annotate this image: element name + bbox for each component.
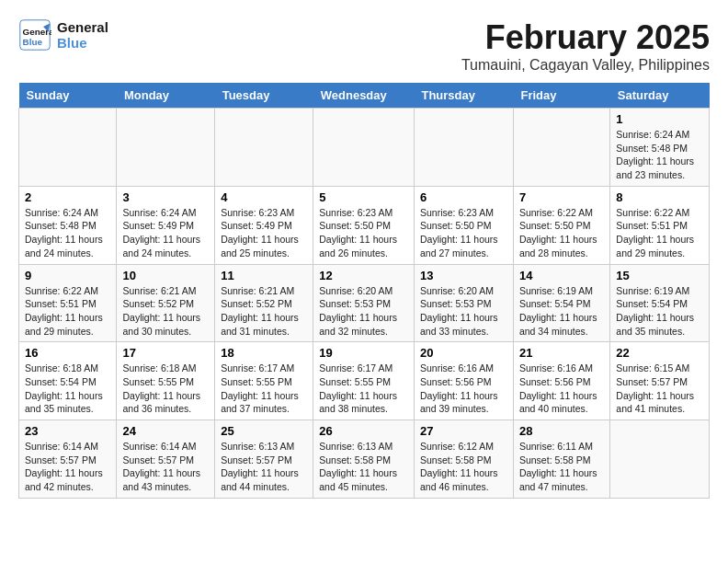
calendar-cell: 11Sunrise: 6:21 AM Sunset: 5:52 PM Dayli…: [215, 264, 313, 342]
logo-text: GeneralBlue: [57, 19, 108, 51]
day-number: 2: [25, 190, 110, 204]
day-info: Sunrise: 6:22 AM Sunset: 5:50 PM Dayligh…: [519, 206, 604, 260]
day-info: Sunrise: 6:16 AM Sunset: 5:56 PM Dayligh…: [420, 362, 507, 416]
calendar-cell: 25Sunrise: 6:13 AM Sunset: 5:57 PM Dayli…: [215, 420, 313, 499]
day-number: 25: [221, 424, 307, 438]
day-info: Sunrise: 6:24 AM Sunset: 5:48 PM Dayligh…: [616, 128, 703, 182]
day-number: 27: [420, 424, 507, 438]
day-number: 1: [616, 112, 703, 126]
calendar-cell: 17Sunrise: 6:18 AM Sunset: 5:55 PM Dayli…: [117, 342, 215, 420]
calendar-cell: [215, 109, 313, 187]
calendar-cell: [117, 109, 215, 187]
day-info: Sunrise: 6:13 AM Sunset: 5:58 PM Dayligh…: [319, 440, 408, 494]
day-info: Sunrise: 6:24 AM Sunset: 5:49 PM Dayligh…: [122, 206, 209, 260]
calendar-cell: 13Sunrise: 6:20 AM Sunset: 5:53 PM Dayli…: [414, 264, 513, 342]
day-info: Sunrise: 6:16 AM Sunset: 5:56 PM Dayligh…: [519, 362, 604, 416]
logo: General Blue GeneralBlue: [18, 18, 108, 52]
day-info: Sunrise: 6:11 AM Sunset: 5:58 PM Dayligh…: [519, 440, 604, 494]
day-number: 4: [221, 190, 307, 204]
calendar-cell: 16Sunrise: 6:18 AM Sunset: 5:54 PM Dayli…: [19, 342, 117, 420]
day-info: Sunrise: 6:24 AM Sunset: 5:48 PM Dayligh…: [25, 206, 110, 260]
day-number: 14: [519, 269, 604, 282]
logo-icon: General Blue: [18, 18, 51, 52]
calendar-cell: 24Sunrise: 6:14 AM Sunset: 5:57 PM Dayli…: [117, 420, 215, 499]
day-info: Sunrise: 6:22 AM Sunset: 5:51 PM Dayligh…: [25, 284, 110, 339]
calendar-cell: 14Sunrise: 6:19 AM Sunset: 5:54 PM Dayli…: [513, 264, 609, 342]
day-number: 16: [25, 346, 110, 360]
day-number: 7: [519, 190, 604, 204]
day-number: 12: [319, 269, 408, 282]
day-number: 22: [616, 346, 703, 360]
calendar-cell: 1Sunrise: 6:24 AM Sunset: 5:48 PM Daylig…: [610, 109, 710, 187]
calendar-cell: [513, 109, 609, 187]
calendar-cell: 23Sunrise: 6:14 AM Sunset: 5:57 PM Dayli…: [19, 420, 117, 499]
day-info: Sunrise: 6:19 AM Sunset: 5:54 PM Dayligh…: [616, 284, 703, 339]
day-info: Sunrise: 6:19 AM Sunset: 5:54 PM Dayligh…: [519, 284, 604, 339]
day-number: 28: [519, 424, 604, 438]
day-number: 5: [319, 190, 408, 204]
calendar-cell: 28Sunrise: 6:11 AM Sunset: 5:58 PM Dayli…: [513, 420, 609, 499]
day-info: Sunrise: 6:15 AM Sunset: 5:57 PM Dayligh…: [616, 362, 703, 416]
calendar-cell: 20Sunrise: 6:16 AM Sunset: 5:56 PM Dayli…: [414, 342, 513, 420]
calendar-cell: [610, 420, 710, 499]
day-info: Sunrise: 6:23 AM Sunset: 5:50 PM Dayligh…: [319, 206, 408, 260]
calendar-cell: 22Sunrise: 6:15 AM Sunset: 5:57 PM Dayli…: [610, 342, 710, 420]
day-info: Sunrise: 6:17 AM Sunset: 5:55 PM Dayligh…: [221, 362, 307, 416]
day-info: Sunrise: 6:23 AM Sunset: 5:49 PM Dayligh…: [221, 206, 307, 260]
title-block: February 2025 Tumauini, Cagayan Valley, …: [461, 18, 710, 74]
weekday-header-sunday: Sunday: [19, 83, 117, 109]
calendar-cell: 4Sunrise: 6:23 AM Sunset: 5:49 PM Daylig…: [215, 186, 313, 264]
weekday-header-tuesday: Tuesday: [215, 83, 313, 109]
day-info: Sunrise: 6:22 AM Sunset: 5:51 PM Dayligh…: [616, 206, 703, 260]
month-title: February 2025: [461, 18, 710, 57]
calendar-cell: [313, 109, 415, 187]
page-header: General Blue GeneralBlue February 2025 T…: [18, 18, 710, 74]
calendar-table: SundayMondayTuesdayWednesdayThursdayFrid…: [18, 83, 710, 499]
day-info: Sunrise: 6:18 AM Sunset: 5:54 PM Dayligh…: [25, 362, 110, 416]
day-number: 23: [25, 424, 110, 438]
day-number: 9: [25, 269, 110, 282]
weekday-header-monday: Monday: [117, 83, 215, 109]
calendar-cell: 10Sunrise: 6:21 AM Sunset: 5:52 PM Dayli…: [117, 264, 215, 342]
day-number: 3: [122, 190, 209, 204]
calendar-cell: 26Sunrise: 6:13 AM Sunset: 5:58 PM Dayli…: [313, 420, 415, 499]
calendar-cell: 27Sunrise: 6:12 AM Sunset: 5:58 PM Dayli…: [414, 420, 513, 499]
calendar-cell: [19, 109, 117, 187]
day-info: Sunrise: 6:21 AM Sunset: 5:52 PM Dayligh…: [122, 284, 209, 339]
day-number: 20: [420, 346, 507, 360]
calendar-cell: 15Sunrise: 6:19 AM Sunset: 5:54 PM Dayli…: [610, 264, 710, 342]
day-info: Sunrise: 6:20 AM Sunset: 5:53 PM Dayligh…: [319, 284, 408, 339]
day-info: Sunrise: 6:14 AM Sunset: 5:57 PM Dayligh…: [122, 440, 209, 494]
calendar-cell: 18Sunrise: 6:17 AM Sunset: 5:55 PM Dayli…: [215, 342, 313, 420]
day-info: Sunrise: 6:13 AM Sunset: 5:57 PM Dayligh…: [221, 440, 307, 494]
day-info: Sunrise: 6:12 AM Sunset: 5:58 PM Dayligh…: [420, 440, 507, 494]
day-number: 21: [519, 346, 604, 360]
calendar-cell: 8Sunrise: 6:22 AM Sunset: 5:51 PM Daylig…: [610, 186, 710, 264]
calendar-cell: 6Sunrise: 6:23 AM Sunset: 5:50 PM Daylig…: [414, 186, 513, 264]
day-info: Sunrise: 6:17 AM Sunset: 5:55 PM Dayligh…: [319, 362, 408, 416]
day-number: 15: [616, 269, 703, 282]
calendar-cell: 5Sunrise: 6:23 AM Sunset: 5:50 PM Daylig…: [313, 186, 415, 264]
weekday-header-thursday: Thursday: [414, 83, 513, 109]
day-info: Sunrise: 6:14 AM Sunset: 5:57 PM Dayligh…: [25, 440, 110, 494]
weekday-header-saturday: Saturday: [610, 83, 710, 109]
calendar-cell: 3Sunrise: 6:24 AM Sunset: 5:49 PM Daylig…: [117, 186, 215, 264]
day-number: 18: [221, 346, 307, 360]
day-info: Sunrise: 6:21 AM Sunset: 5:52 PM Dayligh…: [221, 284, 307, 339]
day-number: 6: [420, 190, 507, 204]
calendar-week-3: 9Sunrise: 6:22 AM Sunset: 5:51 PM Daylig…: [19, 264, 710, 342]
day-number: 26: [319, 424, 408, 438]
day-info: Sunrise: 6:20 AM Sunset: 5:53 PM Dayligh…: [420, 284, 507, 339]
location-title: Tumauini, Cagayan Valley, Philippines: [461, 57, 710, 74]
calendar-cell: 9Sunrise: 6:22 AM Sunset: 5:51 PM Daylig…: [19, 264, 117, 342]
day-number: 13: [420, 269, 507, 282]
calendar-cell: [414, 109, 513, 187]
day-number: 11: [221, 269, 307, 282]
calendar-week-2: 2Sunrise: 6:24 AM Sunset: 5:48 PM Daylig…: [19, 186, 710, 264]
calendar-cell: 2Sunrise: 6:24 AM Sunset: 5:48 PM Daylig…: [19, 186, 117, 264]
calendar-cell: 12Sunrise: 6:20 AM Sunset: 5:53 PM Dayli…: [313, 264, 415, 342]
calendar-cell: 19Sunrise: 6:17 AM Sunset: 5:55 PM Dayli…: [313, 342, 415, 420]
day-number: 10: [122, 269, 209, 282]
weekday-header-wednesday: Wednesday: [313, 83, 415, 109]
svg-text:Blue: Blue: [23, 37, 43, 47]
